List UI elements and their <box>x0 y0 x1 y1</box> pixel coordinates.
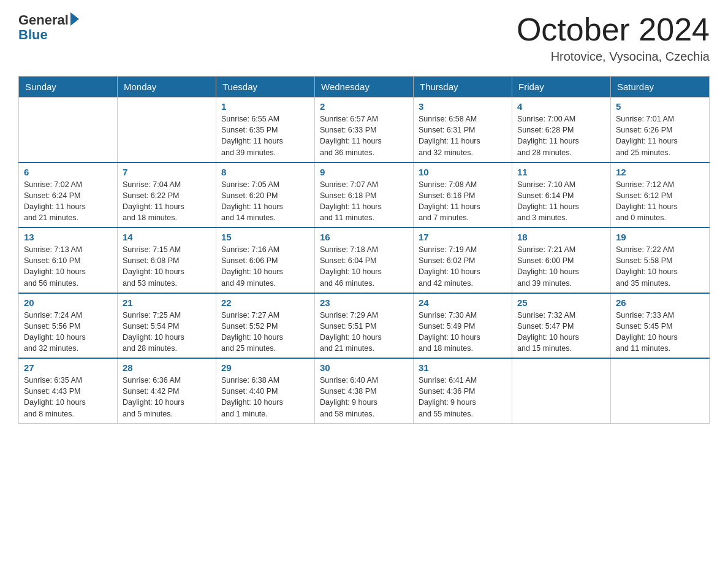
day-info: Sunrise: 7:19 AMSunset: 6:02 PMDaylight:… <box>419 244 507 289</box>
day-number: 26 <box>616 297 704 308</box>
calendar-cell: 21Sunrise: 7:25 AMSunset: 5:54 PMDayligh… <box>118 293 216 359</box>
calendar-day-header: Thursday <box>414 77 512 98</box>
calendar-cell: 10Sunrise: 7:08 AMSunset: 6:16 PMDayligh… <box>414 163 512 228</box>
day-number: 20 <box>24 297 112 308</box>
day-number: 23 <box>320 297 408 308</box>
day-number: 14 <box>123 232 211 242</box>
page-header: General Blue October 2024 Hrotovice, Vys… <box>18 12 710 64</box>
calendar-day-header: Tuesday <box>216 77 315 98</box>
day-info: Sunrise: 7:32 AMSunset: 5:47 PMDaylight:… <box>517 310 605 354</box>
logo-arrow-icon <box>70 12 79 26</box>
logo: General Blue <box>18 12 79 43</box>
day-number: 10 <box>419 167 507 177</box>
day-info: Sunrise: 7:05 AMSunset: 6:20 PMDaylight:… <box>221 179 309 224</box>
day-info: Sunrise: 7:00 AMSunset: 6:28 PMDaylight:… <box>517 113 605 158</box>
calendar-week-row: 1Sunrise: 6:55 AMSunset: 6:35 PMDaylight… <box>19 98 710 163</box>
day-info: Sunrise: 7:33 AMSunset: 5:45 PMDaylight:… <box>616 310 704 354</box>
calendar-cell: 17Sunrise: 7:19 AMSunset: 6:02 PMDayligh… <box>414 228 512 293</box>
calendar-cell: 19Sunrise: 7:22 AMSunset: 5:58 PMDayligh… <box>611 228 710 293</box>
day-number: 22 <box>221 297 309 308</box>
calendar-cell: 14Sunrise: 7:15 AMSunset: 6:08 PMDayligh… <box>118 228 216 293</box>
calendar-cell: 12Sunrise: 7:12 AMSunset: 6:12 PMDayligh… <box>611 163 710 228</box>
day-number: 9 <box>320 167 408 177</box>
calendar-cell: 5Sunrise: 7:01 AMSunset: 6:26 PMDaylight… <box>611 98 710 163</box>
day-info: Sunrise: 6:35 AMSunset: 4:43 PMDaylight:… <box>24 375 112 419</box>
calendar-cell: 30Sunrise: 6:40 AMSunset: 4:38 PMDayligh… <box>315 358 414 423</box>
calendar-cell: 31Sunrise: 6:41 AMSunset: 4:36 PMDayligh… <box>414 358 512 423</box>
logo-general-text: General <box>18 12 69 28</box>
calendar-cell: 24Sunrise: 7:30 AMSunset: 5:49 PMDayligh… <box>414 293 512 359</box>
calendar-cell: 18Sunrise: 7:21 AMSunset: 6:00 PMDayligh… <box>512 228 611 293</box>
day-number: 31 <box>419 362 507 373</box>
calendar-day-header: Wednesday <box>315 77 414 98</box>
calendar-cell: 20Sunrise: 7:24 AMSunset: 5:56 PMDayligh… <box>19 293 118 359</box>
calendar-cell: 28Sunrise: 6:36 AMSunset: 4:42 PMDayligh… <box>118 358 216 423</box>
day-number: 17 <box>419 232 507 242</box>
day-number: 11 <box>517 167 605 177</box>
day-number: 15 <box>221 232 309 242</box>
day-number: 27 <box>24 362 112 373</box>
calendar-cell <box>512 358 611 423</box>
calendar-week-row: 20Sunrise: 7:24 AMSunset: 5:56 PMDayligh… <box>19 293 710 359</box>
day-number: 8 <box>221 167 309 177</box>
day-info: Sunrise: 7:16 AMSunset: 6:06 PMDaylight:… <box>221 244 309 289</box>
day-number: 21 <box>123 297 211 308</box>
month-title: October 2024 <box>517 12 710 47</box>
calendar-cell: 26Sunrise: 7:33 AMSunset: 5:45 PMDayligh… <box>611 293 710 359</box>
day-info: Sunrise: 7:12 AMSunset: 6:12 PMDaylight:… <box>616 179 704 224</box>
day-info: Sunrise: 7:10 AMSunset: 6:14 PMDaylight:… <box>517 179 605 224</box>
calendar-day-header: Friday <box>512 77 611 98</box>
calendar-cell <box>611 358 710 423</box>
calendar-table: SundayMondayTuesdayWednesdayThursdayFrid… <box>18 76 710 424</box>
day-number: 12 <box>616 167 704 177</box>
calendar-day-header: Saturday <box>611 77 710 98</box>
day-info: Sunrise: 7:21 AMSunset: 6:00 PMDaylight:… <box>517 244 605 289</box>
day-info: Sunrise: 7:08 AMSunset: 6:16 PMDaylight:… <box>419 179 507 224</box>
calendar-week-row: 27Sunrise: 6:35 AMSunset: 4:43 PMDayligh… <box>19 358 710 423</box>
day-number: 16 <box>320 232 408 242</box>
day-info: Sunrise: 7:30 AMSunset: 5:49 PMDaylight:… <box>419 310 507 354</box>
day-info: Sunrise: 7:02 AMSunset: 6:24 PMDaylight:… <box>24 179 112 224</box>
calendar-cell: 13Sunrise: 7:13 AMSunset: 6:10 PMDayligh… <box>19 228 118 293</box>
day-number: 7 <box>123 167 211 177</box>
calendar-cell: 2Sunrise: 6:57 AMSunset: 6:33 PMDaylight… <box>315 98 414 163</box>
calendar-header-row: SundayMondayTuesdayWednesdayThursdayFrid… <box>19 77 710 98</box>
day-number: 24 <box>419 297 507 308</box>
day-number: 28 <box>123 362 211 373</box>
calendar-cell <box>19 98 118 163</box>
day-number: 19 <box>616 232 704 242</box>
calendar-day-header: Sunday <box>19 77 118 98</box>
location-text: Hrotovice, Vysocina, Czechia <box>517 50 710 64</box>
day-number: 3 <box>419 101 507 112</box>
day-number: 13 <box>24 232 112 242</box>
calendar-cell: 25Sunrise: 7:32 AMSunset: 5:47 PMDayligh… <box>512 293 611 359</box>
calendar-day-header: Monday <box>118 77 216 98</box>
day-number: 2 <box>320 101 408 112</box>
calendar-cell <box>118 98 216 163</box>
day-info: Sunrise: 7:13 AMSunset: 6:10 PMDaylight:… <box>24 244 112 289</box>
day-info: Sunrise: 7:07 AMSunset: 6:18 PMDaylight:… <box>320 179 408 224</box>
calendar-week-row: 6Sunrise: 7:02 AMSunset: 6:24 PMDaylight… <box>19 163 710 228</box>
day-info: Sunrise: 7:22 AMSunset: 5:58 PMDaylight:… <box>616 244 704 289</box>
day-info: Sunrise: 7:25 AMSunset: 5:54 PMDaylight:… <box>123 310 211 354</box>
calendar-cell: 7Sunrise: 7:04 AMSunset: 6:22 PMDaylight… <box>118 163 216 228</box>
day-info: Sunrise: 7:24 AMSunset: 5:56 PMDaylight:… <box>24 310 112 354</box>
calendar-cell: 22Sunrise: 7:27 AMSunset: 5:52 PMDayligh… <box>216 293 315 359</box>
day-number: 1 <box>221 101 309 112</box>
day-number: 6 <box>24 167 112 177</box>
day-info: Sunrise: 7:29 AMSunset: 5:51 PMDaylight:… <box>320 310 408 354</box>
day-info: Sunrise: 6:36 AMSunset: 4:42 PMDaylight:… <box>123 375 211 419</box>
logo-blue-text: Blue <box>18 27 79 43</box>
calendar-cell: 23Sunrise: 7:29 AMSunset: 5:51 PMDayligh… <box>315 293 414 359</box>
day-info: Sunrise: 6:58 AMSunset: 6:31 PMDaylight:… <box>419 113 507 158</box>
day-number: 29 <box>221 362 309 373</box>
day-number: 25 <box>517 297 605 308</box>
calendar-cell: 9Sunrise: 7:07 AMSunset: 6:18 PMDaylight… <box>315 163 414 228</box>
title-block: October 2024 Hrotovice, Vysocina, Czechi… <box>517 12 710 64</box>
day-info: Sunrise: 7:15 AMSunset: 6:08 PMDaylight:… <box>123 244 211 289</box>
calendar-cell: 4Sunrise: 7:00 AMSunset: 6:28 PMDaylight… <box>512 98 611 163</box>
day-info: Sunrise: 6:55 AMSunset: 6:35 PMDaylight:… <box>221 113 309 158</box>
day-info: Sunrise: 7:18 AMSunset: 6:04 PMDaylight:… <box>320 244 408 289</box>
calendar-cell: 27Sunrise: 6:35 AMSunset: 4:43 PMDayligh… <box>19 358 118 423</box>
day-info: Sunrise: 6:41 AMSunset: 4:36 PMDaylight:… <box>419 375 507 419</box>
